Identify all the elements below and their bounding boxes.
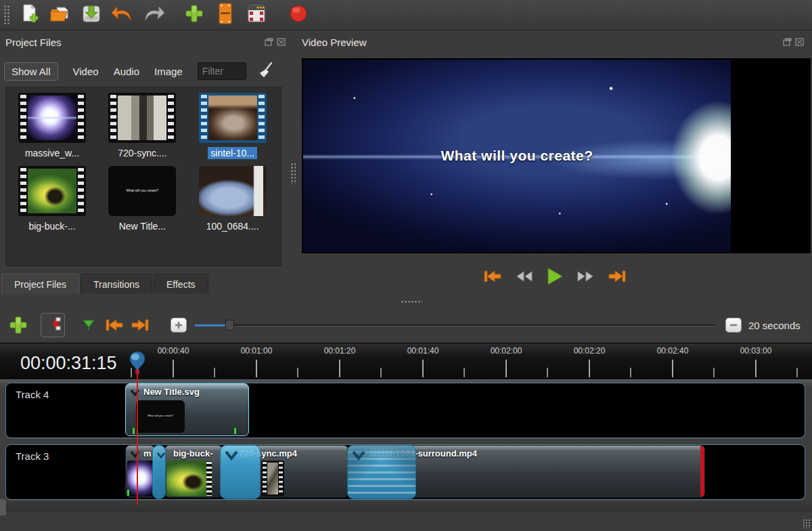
file-thumbnail <box>199 93 267 143</box>
redo-button[interactable] <box>141 2 166 28</box>
zoom-slider-handle[interactable] <box>225 320 234 331</box>
ruler-major-tick <box>672 360 673 377</box>
timeline-clip[interactable]: New Title.svgWhat will you create? <box>125 383 249 436</box>
horizontal-splitter-handle[interactable] <box>401 300 422 304</box>
clip-thumbnail: What will you create? <box>136 400 185 433</box>
add-marker-button[interactable] <box>76 312 102 338</box>
import-files-button[interactable] <box>181 2 207 28</box>
filter-input[interactable] <box>198 62 246 80</box>
openshot-window: Project Files Show AllVideoAudioImage ma… <box>0 0 812 531</box>
clip-end-marker <box>700 446 704 497</box>
add-track-button[interactable] <box>5 312 31 338</box>
float-panel-icon[interactable] <box>783 38 792 46</box>
fast-forward-button[interactable] <box>576 270 595 283</box>
bottom-left-splitter-handle[interactable] <box>0 499 6 515</box>
new-project-button[interactable] <box>16 2 42 28</box>
timeline-toolbar: 20 seconds <box>0 308 812 342</box>
file-item[interactable]: 100_0684.... <box>188 166 277 232</box>
clip-menu-chevron-icon[interactable] <box>130 387 140 400</box>
ruler-tick-label: 00:02:40 <box>657 346 689 356</box>
open-project-button[interactable] <box>47 2 73 28</box>
previous-marker-button[interactable] <box>102 312 127 338</box>
close-panel-icon[interactable] <box>795 38 804 46</box>
meadow-thumb-art <box>28 169 76 213</box>
clip-menu-chevron-icon[interactable] <box>130 449 140 461</box>
ruler-minor-tick <box>214 368 215 377</box>
keyframe-marker <box>133 428 135 434</box>
timeline-ruler[interactable]: 00:00:31:15 00:00:4000:01:0000:01:2000:0… <box>0 343 812 379</box>
zoom-scale-label: 20 seconds <box>748 320 800 331</box>
project-files-panel: Project Files Show AllVideoAudioImage ma… <box>0 31 290 298</box>
ruler-tick-label: 00:03:00 <box>740 346 772 356</box>
choose-profile-button[interactable] <box>212 2 238 28</box>
transition-clip[interactable] <box>347 445 416 499</box>
ruler-minor-tick <box>713 368 715 377</box>
close-panel-icon[interactable] <box>277 38 286 46</box>
star-thumb-art <box>28 95 76 140</box>
clip-title: New Title.svg <box>143 387 200 397</box>
transition-chevron-icon <box>224 450 239 463</box>
filter-button-show-all[interactable]: Show All <box>4 62 58 81</box>
transition-clip[interactable] <box>152 445 166 499</box>
project-files-panel-title: Project Files <box>5 37 265 48</box>
filter-button-audio[interactable]: Audio <box>114 66 139 77</box>
left-panel-tabs: Project FilesTransitionsEffects <box>1 274 210 294</box>
title-thumb-caption: What will you create? <box>136 414 185 417</box>
clear-filter-broom-icon[interactable] <box>257 62 273 81</box>
playback-controls <box>298 263 812 290</box>
save-project-button[interactable] <box>78 2 104 28</box>
file-thumbnail <box>199 166 267 216</box>
float-panel-icon[interactable] <box>265 38 273 46</box>
timeline-clip[interactable]: big-buck- <box>164 445 223 498</box>
transition-chevron-icon <box>156 450 166 463</box>
film-strip-icon <box>217 3 233 27</box>
ruler-major-tick <box>505 360 507 377</box>
next-marker-button[interactable] <box>127 312 153 338</box>
filter-button-image[interactable]: Image <box>154 66 183 77</box>
clip-thumbnail <box>127 461 154 496</box>
video-preview-panel: Video Preview What will you create? <box>298 31 812 298</box>
jump-to-end-button[interactable] <box>607 269 627 284</box>
export-video-button[interactable] <box>244 2 269 28</box>
playhead-handle[interactable] <box>129 351 146 378</box>
file-thumbnail: What will you create? <box>108 166 176 216</box>
zoom-in-button[interactable] <box>171 318 187 333</box>
file-item[interactable]: massive_w... <box>7 93 97 159</box>
ruler-minor-tick <box>796 368 798 377</box>
ruler-tick-label: 00:02:00 <box>491 346 522 356</box>
record-button[interactable] <box>286 2 311 28</box>
video-preview-panel-title: Video Preview <box>302 37 783 48</box>
ruler-major-tick <box>173 360 174 377</box>
transition-clip[interactable] <box>220 445 261 499</box>
tab-project-files[interactable]: Project Files <box>1 274 79 294</box>
tab-effects[interactable]: Effects <box>154 274 208 294</box>
file-item[interactable]: big-buck-... <box>7 166 97 232</box>
timeline-clip[interactable]: m <box>125 445 155 498</box>
vertical-splitter-handle[interactable] <box>290 163 296 184</box>
transition-chevron-icon <box>351 450 366 463</box>
magnet-icon <box>45 316 61 334</box>
zoom-out-button[interactable] <box>725 318 742 333</box>
file-label: massive_w... <box>22 147 82 159</box>
jump-to-start-button[interactable] <box>482 269 503 284</box>
new-project-icon <box>19 3 39 26</box>
toolbar-drag-handle[interactable] <box>3 4 9 26</box>
window-resize-grip[interactable] <box>803 519 811 528</box>
rewind-button[interactable] <box>515 270 534 283</box>
record-icon <box>288 3 309 26</box>
tab-transitions[interactable]: Transitions <box>81 274 152 294</box>
file-item[interactable]: sintel-10... <box>188 93 277 159</box>
file-item[interactable]: 720-sync.... <box>97 93 187 159</box>
play-button[interactable] <box>546 267 564 286</box>
filter-button-video[interactable]: Video <box>73 66 99 77</box>
file-item[interactable]: What will you create?New Title... <box>97 166 187 232</box>
snapping-toggle[interactable] <box>41 313 65 337</box>
ruler-major-tick <box>256 360 257 377</box>
keyframe-marker <box>234 428 236 434</box>
main-toolbar <box>0 0 812 30</box>
zoom-slider[interactable] <box>195 318 715 332</box>
undo-button[interactable] <box>110 2 135 28</box>
clip-title: m <box>143 448 152 459</box>
file-thumbnail <box>18 166 86 216</box>
ruler-tick-label: 00:01:40 <box>407 346 439 356</box>
